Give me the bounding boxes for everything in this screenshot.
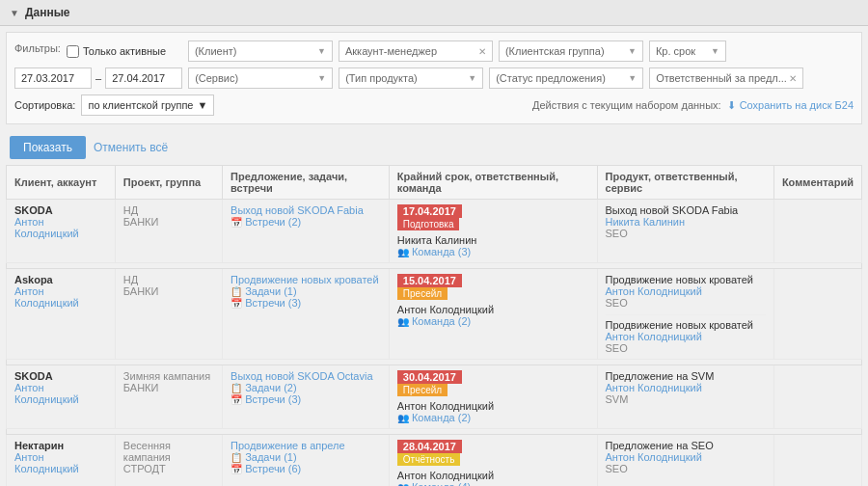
project-name: НД: [123, 274, 214, 285]
group-name: СТРОДТ: [123, 463, 214, 474]
filters-panel: Фильтры: Только активные (Клиент) ▼ Акка…: [6, 32, 862, 124]
actions-label: Действия с текущим набором данных:: [532, 99, 721, 111]
product-responsible-link[interactable]: Антон Колодницкий: [606, 285, 702, 297]
account-link[interactable]: Антон Колодницкий: [14, 451, 79, 474]
cell-deadline: 17.04.2017 Подготовка Никита Калинин 👥 К…: [389, 200, 597, 263]
product-type-filter[interactable]: (Тип продукта) ▼: [339, 68, 483, 89]
cell-offer: Выход новой SKODA Fabia📅 Встречи (2): [223, 200, 390, 263]
client-name: SKODA: [14, 204, 107, 216]
cell-offer: Выход новой SKODA Octavia📋 Задачи (2)📅 В…: [223, 365, 390, 429]
team-link[interactable]: 👥 Команда (3): [397, 246, 471, 257]
product-name: Предложение на SVM: [606, 370, 766, 382]
show-button[interactable]: Показать: [10, 136, 86, 159]
project-name: НД: [123, 204, 214, 216]
meetings-link[interactable]: Встречи (6): [245, 463, 301, 474]
cell-client: SKODA Антон Колодницкий: [7, 365, 116, 429]
deadline-filter[interactable]: Кр. срок ▼: [649, 40, 726, 62]
meetings-link[interactable]: Встречи (3): [245, 393, 301, 405]
col-header-deadline: Крайний срок, ответственный, команда: [389, 166, 597, 200]
cell-project: Весенняя кампания СТРОДТ: [115, 435, 222, 487]
status-badge: Подготовка: [397, 218, 460, 230]
filters-label: Фильтры:: [14, 42, 61, 54]
offer-link[interactable]: Выход новой SKODA Octavia: [231, 370, 372, 382]
offer-link[interactable]: Выход новой SKODA Fabia: [231, 204, 364, 216]
cancel-all-button[interactable]: Отменить всё: [94, 136, 168, 159]
product-service: SEO: [606, 463, 766, 474]
col-header-product: Продукт, ответственный, сервис: [597, 166, 773, 200]
project-name: Весенняя кампания: [123, 440, 214, 463]
offer-link[interactable]: Продвижение новых кроватей: [231, 274, 379, 285]
offer-status-filter[interactable]: (Статус предложения) ▼: [489, 68, 643, 89]
cell-project: НД БАНКИ: [115, 269, 222, 360]
status-badge: Отчётность: [397, 453, 461, 466]
product2-responsible-link[interactable]: Антон Колодницкий: [606, 331, 702, 342]
product-responsible-link[interactable]: Антон Колодницкий: [606, 382, 702, 393]
tasks-link[interactable]: Задачи (1): [245, 285, 296, 297]
main-table: Клиент, аккаунт Проект, группа Предложен…: [6, 165, 862, 486]
product-service: SEO: [606, 228, 766, 239]
team-link[interactable]: 👥 Команда (4): [397, 481, 471, 486]
product-responsible-link[interactable]: Антон Колодницкий: [606, 451, 702, 463]
cell-project: Зимняя кампания БАНКИ: [115, 365, 222, 429]
cell-deadline: 28.04.2017 Отчётность Антон Колодницкий …: [389, 435, 597, 487]
service-filter[interactable]: (Сервис) ▼: [188, 68, 333, 89]
cell-comment: [773, 269, 861, 360]
client-filter[interactable]: (Клиент) ▼: [188, 40, 333, 62]
sort-select[interactable]: по клиентской группе ▼: [81, 94, 214, 116]
product2-service: SEO: [606, 342, 766, 354]
product-name: Предложение на SEO: [606, 440, 766, 451]
client-name: Нектарин: [14, 440, 107, 451]
date-from-input[interactable]: [14, 68, 92, 89]
product2-name: Продвижение новых кроватей: [606, 319, 766, 331]
deadline-date: 17.04.2017: [397, 204, 462, 218]
save-to-disk-btn[interactable]: ⬇ Сохранить на диск Б24: [727, 99, 854, 112]
project-name: Зимняя кампания: [123, 370, 214, 382]
date-to-input[interactable]: [105, 68, 182, 89]
deadline-date: 15.04.2017: [397, 274, 462, 287]
account-link[interactable]: Антон Колодницкий: [14, 382, 79, 405]
responsible-name: Никита Калинин: [397, 234, 589, 246]
col-header-offer: Предложение, задачи, встречи: [223, 166, 390, 200]
meetings-link[interactable]: Встречи (3): [245, 297, 301, 309]
meetings-link[interactable]: Встречи (2): [245, 216, 301, 228]
cell-offer: Продвижение в апреле📋 Задачи (1)📅 Встреч…: [223, 435, 390, 487]
tasks-link[interactable]: Задачи (1): [245, 451, 296, 463]
account-link[interactable]: Антон Колодницкий: [14, 285, 79, 309]
deadline-date: 28.04.2017: [397, 440, 462, 453]
product-responsible-link[interactable]: Никита Калинин: [606, 216, 686, 228]
cell-deadline: 15.04.2017 Пресейл Антон Колодницкий 👥 К…: [389, 269, 597, 360]
cell-product: Предложение на SVM Антон Колодницкий SVM: [597, 365, 773, 429]
team-link[interactable]: 👥 Команда (2): [397, 412, 471, 423]
data-table-container: Клиент, аккаунт Проект, группа Предложен…: [6, 165, 862, 486]
account-manager-filter[interactable]: Аккаунт-менеджер ✕: [339, 40, 493, 62]
status-badge: Пресейл: [397, 287, 448, 300]
product-name: Продвижение новых кроватей: [606, 274, 766, 285]
cell-client: Askopa Антон Колодницкий: [7, 269, 116, 360]
section-title: Данные: [25, 6, 70, 19]
account-link[interactable]: Антон Колодницкий: [14, 216, 79, 239]
cell-product: Выход новой SKODA Fabia Никита Калинин S…: [597, 200, 773, 263]
offer-link[interactable]: Продвижение в апреле: [231, 440, 345, 451]
sort-label: Сортировка:: [14, 99, 75, 111]
col-header-project: Проект, группа: [115, 166, 222, 200]
only-active-checkbox[interactable]: Только активные: [67, 45, 182, 58]
client-group-filter[interactable]: (Клиентская группа) ▼: [499, 40, 643, 62]
cell-comment: [773, 435, 861, 487]
cell-project: НД БАНКИ: [115, 200, 222, 263]
table-row: Askopa Антон КолодницкийНД БАНКИПродвиже…: [7, 269, 862, 360]
action-buttons: Показать Отменить всё: [0, 130, 868, 165]
client-name: SKODA: [14, 370, 107, 382]
cell-product: Продвижение новых кроватей Антон Колодни…: [597, 269, 773, 360]
cell-client: SKODA Антон Колодницкий: [7, 200, 116, 263]
cell-comment: [773, 365, 861, 429]
responsible-filter[interactable]: Ответственный за предл... ✕: [649, 68, 803, 89]
table-header-row: Клиент, аккаунт Проект, группа Предложен…: [7, 166, 862, 200]
group-name: БАНКИ: [123, 216, 214, 228]
cell-deadline: 30.04.2017 Пресейл Антон Колодницкий 👥 К…: [389, 365, 597, 429]
team-link[interactable]: 👥 Команда (2): [397, 315, 471, 327]
group-name: БАНКИ: [123, 382, 214, 393]
client-name: Askopa: [14, 274, 107, 285]
table-row: SKODA Антон КолодницкийНД БАНКИВыход нов…: [7, 200, 862, 263]
col-header-comment: Комментарий: [773, 166, 861, 200]
tasks-link[interactable]: Задачи (2): [245, 382, 296, 393]
